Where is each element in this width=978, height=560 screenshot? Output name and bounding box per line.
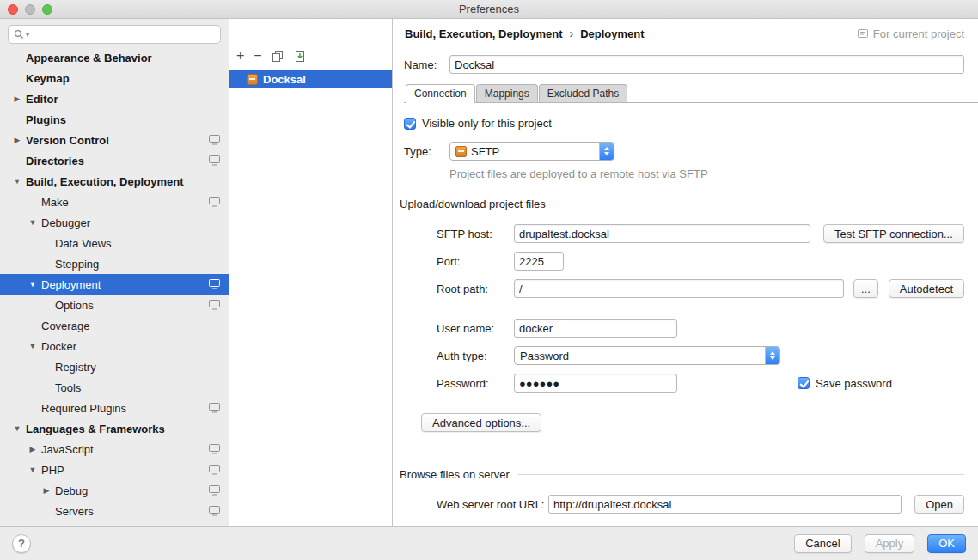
visible-only-label: Visible only for this project — [422, 117, 552, 130]
import-server-button[interactable] — [294, 50, 307, 63]
sidebar-item-deployment[interactable]: ▼Deployment — [0, 274, 229, 295]
preferences-window: Preferences ▾ Appearance & Behavior Keym… — [0, 0, 978, 560]
sidebar-item-data-views[interactable]: Data Views — [0, 233, 229, 253]
server-list-panel: + − Docksal — [229, 19, 393, 526]
sidebar-item-options[interactable]: Options — [0, 295, 229, 315]
web-root-input[interactable] — [548, 495, 902, 514]
name-label: Name: — [404, 58, 449, 71]
chevron-down-icon: ▼ — [28, 280, 38, 289]
save-password-row: Save password — [798, 377, 892, 390]
sidebar-item-debugger[interactable]: ▼Debugger — [0, 212, 229, 233]
settings-tree: Appearance & Behavior Keymap ▶Editor Plu… — [0, 47, 229, 521]
search-input[interactable] — [31, 28, 215, 41]
dropdown-stepper-icon — [599, 142, 614, 161]
minimize-window-button[interactable] — [25, 4, 35, 15]
name-input[interactable] — [449, 55, 964, 74]
test-sftp-connection-button[interactable]: Test SFTP connection... — [823, 224, 964, 243]
sidebar-item-tools[interactable]: Tools — [0, 377, 229, 398]
server-list: Docksal — [229, 70, 392, 88]
sidebar-item-keymap[interactable]: Keymap — [0, 68, 229, 88]
sidebar-item-label: Languages & Frameworks — [26, 423, 165, 435]
separator-line — [554, 204, 964, 204]
chevron-down-icon: ▼ — [28, 466, 38, 474]
save-password-checkbox[interactable] — [798, 377, 810, 389]
sidebar-item-servers[interactable]: Servers — [0, 501, 229, 521]
auth-type-label: Auth type: — [437, 350, 514, 362]
monitor-icon — [209, 300, 220, 310]
type-label: Type: — [404, 145, 449, 158]
sidebar-item-build-execution-deployment[interactable]: ▼Build, Execution, Deployment — [0, 171, 229, 192]
type-dropdown[interactable]: SFTP — [449, 142, 614, 161]
user-name-row: User name: — [404, 319, 964, 338]
sidebar-item-directories[interactable]: Directories — [0, 150, 229, 171]
monitor-icon — [209, 444, 220, 454]
port-label: Port: — [437, 255, 514, 268]
user-name-input[interactable] — [514, 319, 677, 338]
cancel-button[interactable]: Cancel — [794, 534, 851, 553]
password-input[interactable] — [514, 374, 677, 393]
chevron-down-icon: ▾ — [26, 31, 29, 39]
ok-button[interactable]: OK — [927, 534, 966, 553]
zoom-window-button[interactable] — [42, 4, 52, 15]
sidebar-item-registry[interactable]: Registry — [0, 356, 229, 377]
sidebar-item-label: Coverage — [41, 320, 89, 332]
sidebar-item-label: Plugins — [26, 113, 66, 126]
sidebar-item-javascript[interactable]: ▶JavaScript — [0, 439, 229, 460]
tab-excluded-paths[interactable]: Excluded Paths — [539, 84, 627, 102]
help-button[interactable]: ? — [12, 534, 31, 553]
sidebar-item-label: Version Control — [26, 134, 109, 147]
upload-section-separator: Upload/download project files — [400, 198, 964, 210]
apply-button[interactable]: Apply — [865, 534, 915, 553]
monitor-icon — [209, 403, 220, 413]
remove-server-button[interactable]: − — [254, 49, 261, 63]
root-path-input[interactable] — [514, 279, 844, 298]
breadcrumb-page: Deployment — [580, 27, 644, 40]
dialog-footer: ? Cancel Apply OK — [0, 526, 978, 560]
sidebar-item-coverage[interactable]: Coverage — [0, 315, 229, 336]
add-server-button[interactable]: + — [236, 49, 244, 63]
sidebar-item-make[interactable]: Make — [0, 192, 229, 212]
server-icon — [247, 74, 258, 85]
sidebar-item-label: Make — [41, 196, 69, 209]
browse-root-path-button[interactable]: ... — [853, 279, 878, 298]
sidebar-item-appearance-behavior[interactable]: Appearance & Behavior — [0, 47, 229, 68]
chevron-right-icon: ▶ — [41, 486, 52, 495]
sidebar-item-docker[interactable]: ▼Docker — [0, 336, 229, 356]
port-row: Port: — [404, 252, 964, 271]
sftp-host-label: SFTP host: — [437, 228, 514, 240]
server-list-item-docksal[interactable]: Docksal — [229, 70, 392, 88]
upload-section-title: Upload/download project files — [400, 198, 546, 210]
tab-connection[interactable]: Connection — [406, 84, 475, 103]
sidebar-item-debug[interactable]: ▶Debug — [0, 480, 229, 501]
password-label: Password: — [437, 377, 514, 390]
sidebar-item-languages-frameworks[interactable]: ▼Languages & Frameworks — [0, 418, 229, 439]
open-button[interactable]: Open — [914, 495, 964, 514]
traffic-lights — [8, 4, 52, 15]
sidebar-item-stepping[interactable]: Stepping — [0, 253, 229, 274]
save-password-label: Save password — [816, 377, 892, 390]
port-input[interactable] — [514, 252, 564, 271]
sidebar-item-label: Required Plugins — [41, 402, 126, 415]
sftp-host-input[interactable] — [514, 224, 810, 243]
settings-search-box[interactable]: ▾ — [8, 25, 221, 44]
password-row: Password: Save password — [404, 374, 964, 393]
sidebar-item-label: Appearance & Behavior — [26, 52, 152, 64]
chevron-right-icon: ▶ — [12, 136, 22, 144]
sidebar-item-label: Build, Execution, Deployment — [26, 175, 183, 188]
autodetect-button[interactable]: Autodetect — [889, 279, 964, 298]
tab-mappings[interactable]: Mappings — [476, 84, 538, 102]
deployment-form: Name: Connection Mappings Excluded Paths… — [393, 48, 978, 526]
sidebar-item-version-control[interactable]: ▶Version Control — [0, 130, 229, 150]
auth-type-dropdown[interactable]: Password — [514, 346, 780, 365]
window-title: Preferences — [459, 3, 519, 15]
sidebar-item-required-plugins[interactable]: Required Plugins — [0, 398, 229, 418]
sidebar-item-php[interactable]: ▼PHP — [0, 460, 229, 480]
sftp-host-row: SFTP host: Test SFTP connection... — [404, 224, 964, 243]
sidebar-item-plugins[interactable]: Plugins — [0, 109, 229, 130]
copy-server-button[interactable] — [272, 50, 284, 63]
browse-section-title: Browse files on server — [400, 468, 510, 481]
visible-only-checkbox[interactable] — [404, 118, 416, 130]
advanced-options-button[interactable]: Advanced options... — [421, 413, 541, 432]
sidebar-item-editor[interactable]: ▶Editor — [0, 88, 229, 109]
close-window-button[interactable] — [8, 4, 18, 15]
